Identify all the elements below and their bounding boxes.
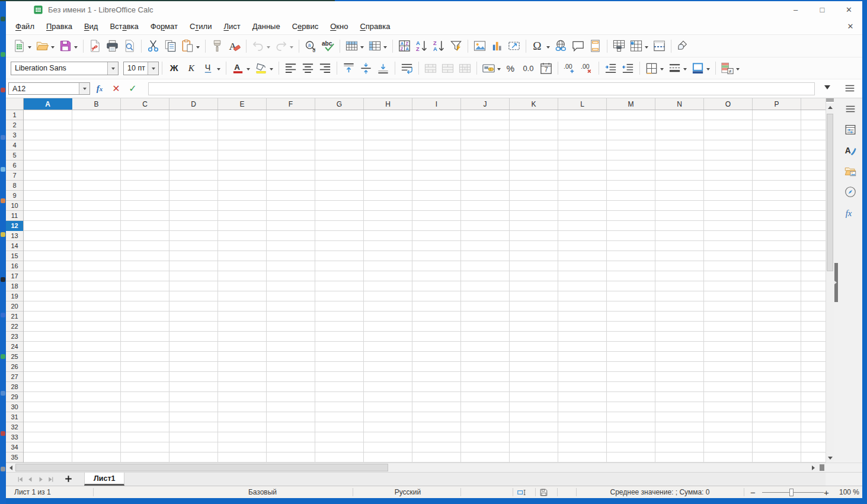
column-header-O[interactable]: O <box>704 98 753 110</box>
horizontal-split-handle[interactable] <box>818 463 826 472</box>
sidebar-navigator-icon[interactable] <box>842 184 859 200</box>
menu-вставка[interactable]: Вставка <box>104 20 144 33</box>
special-character-button[interactable]: Ω <box>529 38 552 54</box>
first-sheet-icon[interactable] <box>15 474 25 484</box>
wrap-text-button[interactable] <box>398 60 415 76</box>
hyperlink-button[interactable] <box>552 38 570 54</box>
vertical-split-handle[interactable] <box>826 98 834 103</box>
menu-файл[interactable]: Файл <box>9 20 40 33</box>
print-preview-button[interactable] <box>121 38 138 54</box>
spelling-button[interactable]: abc <box>319 38 337 54</box>
conditional-formatting-button[interactable]: ≠ <box>719 60 742 76</box>
border-color-button[interactable] <box>689 60 712 76</box>
zoom-out-button[interactable]: − <box>750 486 756 498</box>
scroll-up-icon[interactable] <box>826 103 834 111</box>
column-header-N[interactable]: N <box>655 98 704 110</box>
sort-descending-button[interactable]: ZA <box>430 38 447 54</box>
insert-row-button[interactable] <box>343 38 366 54</box>
formula-input[interactable] <box>148 82 815 95</box>
merge-center-button[interactable] <box>422 60 439 76</box>
row-header-5[interactable]: 5 <box>6 150 23 160</box>
bold-button[interactable]: Ж <box>165 60 183 76</box>
sidebar-sidebar-menu-icon[interactable] <box>842 101 859 117</box>
zoom-level[interactable]: 100 % <box>834 486 859 498</box>
row-header-15[interactable]: 15 <box>6 251 23 261</box>
column-header-L[interactable]: L <box>558 98 607 110</box>
row-header-31[interactable]: 31 <box>6 412 23 422</box>
sidebar-gallery-icon[interactable] <box>842 163 859 179</box>
row-header-7[interactable]: 7 <box>6 171 23 181</box>
draw-functions-button[interactable] <box>674 38 692 54</box>
last-sheet-icon[interactable] <box>46 474 56 484</box>
row-header-4[interactable]: 4 <box>6 140 23 150</box>
selection-mode-icon[interactable] <box>517 486 527 498</box>
new-doc-button[interactable] <box>11 38 34 54</box>
insert-chart-button[interactable] <box>488 38 506 54</box>
export-pdf-button[interactable] <box>87 38 104 54</box>
scroll-left-icon[interactable] <box>6 463 15 472</box>
expand-formula-bar-icon[interactable] <box>824 85 830 92</box>
column-header-J[interactable]: J <box>461 98 510 110</box>
insert-column-button[interactable] <box>366 38 389 54</box>
cut-button[interactable] <box>145 38 162 54</box>
vertical-scrollbar[interactable] <box>826 98 834 463</box>
column-header-M[interactable]: M <box>607 98 655 110</box>
column-header-partial[interactable] <box>801 98 826 110</box>
row-header-26[interactable]: 26 <box>6 362 23 372</box>
row-header-10[interactable]: 10 <box>6 201 23 211</box>
row-header-11[interactable]: 11 <box>6 211 23 221</box>
add-decimal-button[interactable]: .00 <box>561 60 578 76</box>
headers-footers-button[interactable] <box>587 38 604 54</box>
sidebar-collapse-handle[interactable] <box>834 263 838 302</box>
font-name-combo[interactable]: Liberation Sans <box>11 62 119 75</box>
sheet-tab-Лист1[interactable]: Лист1 <box>84 473 124 486</box>
autofilter-button[interactable] <box>447 38 465 54</box>
underline-button[interactable]: Ч <box>200 60 223 76</box>
column-header-K[interactable]: K <box>510 98 558 110</box>
row-header-34[interactable]: 34 <box>6 442 23 452</box>
column-header-G[interactable]: G <box>315 98 364 110</box>
sidebar-menu-icon[interactable] <box>843 82 858 96</box>
insert-textbox-button[interactable] <box>506 38 523 54</box>
row-headers[interactable]: 1234567891011121314151617181920212223242… <box>6 110 24 463</box>
scroll-down-icon[interactable] <box>826 454 834 463</box>
column-header-E[interactable]: E <box>218 98 267 110</box>
row-header-19[interactable]: 19 <box>6 291 23 301</box>
find-replace-button[interactable]: ad <box>302 38 319 54</box>
font-color-button[interactable]: A <box>229 60 252 76</box>
insert-image-button[interactable] <box>471 38 488 54</box>
align-left-button[interactable] <box>282 60 299 76</box>
add-sheet-button[interactable] <box>60 473 76 484</box>
unmerge-cells-button[interactable] <box>456 60 474 76</box>
scroll-right-icon[interactable] <box>809 463 818 472</box>
vertical-scroll-track[interactable] <box>826 111 834 454</box>
row-header-29[interactable]: 29 <box>6 392 23 402</box>
sidebar-splitter[interactable] <box>834 98 839 463</box>
document-modified-icon[interactable] <box>539 486 549 498</box>
column-header-C[interactable]: C <box>121 98 169 110</box>
cancel-icon[interactable]: ✕ <box>109 82 123 96</box>
next-sheet-icon[interactable] <box>36 474 46 484</box>
close-button[interactable]: ✕ <box>836 1 862 18</box>
row-header-21[interactable]: 21 <box>6 312 23 322</box>
undo-button[interactable] <box>249 38 273 54</box>
align-right-button[interactable] <box>316 60 334 76</box>
menu-правка[interactable]: Правка <box>40 20 78 33</box>
column-header-A[interactable]: A <box>24 98 72 110</box>
copy-button[interactable] <box>162 38 179 54</box>
menu-окно[interactable]: Окно <box>324 20 354 33</box>
title-bar[interactable]: Без имени 1 - LibreOffice Calc – □ ✕ <box>6 1 862 18</box>
freeze-panes-button[interactable]: ✱ <box>628 38 651 54</box>
row-header-12[interactable]: 12 <box>6 221 23 231</box>
row-header-20[interactable]: 20 <box>6 301 23 312</box>
accept-icon[interactable]: ✓ <box>126 82 140 96</box>
sidebar-functions-icon[interactable]: fx <box>842 204 859 221</box>
align-top-button[interactable] <box>340 60 357 76</box>
vertical-scroll-thumb[interactable] <box>827 114 833 271</box>
horizontal-scroll-thumb[interactable] <box>15 464 388 471</box>
select-all-corner[interactable] <box>6 98 24 110</box>
row-header-25[interactable]: 25 <box>6 352 23 362</box>
decrease-indent-button[interactable] <box>619 60 636 76</box>
sidebar-styles-icon[interactable]: A <box>842 142 859 159</box>
print-area-button[interactable] <box>610 38 628 54</box>
